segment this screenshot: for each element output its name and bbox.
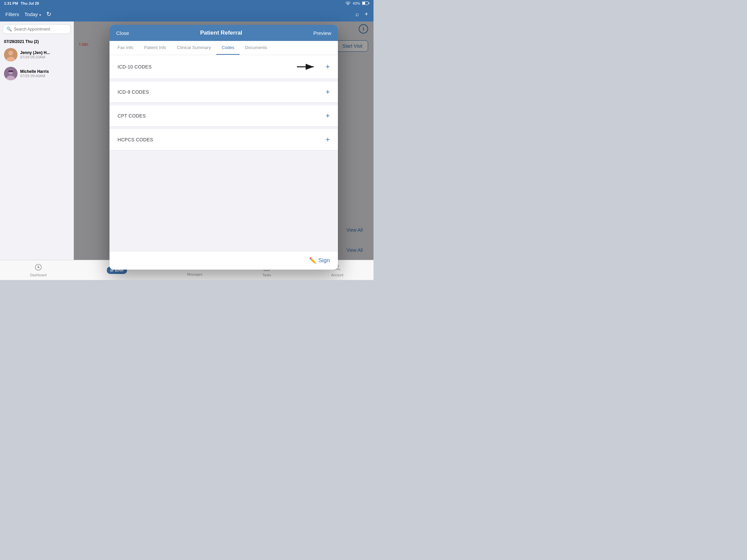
- search-icon-sidebar: 🔍: [6, 27, 12, 31]
- patient-item[interactable]: Jenny (Jen) H... 07/29 09:20AM: [0, 45, 74, 64]
- icd9-section: ICD-9 CODES +: [109, 82, 338, 103]
- patient-item[interactable]: Michelle Harris 07/29 09:40AM: [0, 64, 74, 83]
- svg-point-12: [37, 267, 38, 268]
- add-hcpcs-button[interactable]: +: [326, 136, 330, 143]
- tasks-label: Tasks: [263, 273, 272, 277]
- main-area: 🔍 07/29/2021 Thu (2) Jenny (Jen) H... 07…: [0, 22, 374, 260]
- add-icd9-button[interactable]: +: [326, 88, 330, 96]
- status-date: Thu Jul 29: [21, 1, 39, 5]
- date-header: 07/29/2021 Thu (2): [0, 36, 74, 45]
- patient-time-2: 07/29 09:40AM: [20, 74, 70, 78]
- modal-patient-referral: Close Patient Referral Preview Fax Info …: [109, 25, 338, 270]
- hcpcs-label: HCPCS CODES: [118, 137, 153, 142]
- hcpcs-section: HCPCS CODES +: [109, 129, 338, 151]
- add-cpt-button[interactable]: +: [326, 112, 330, 119]
- account-label: Account: [331, 273, 343, 277]
- battery-text: 43%: [353, 1, 360, 5]
- tab-dashboard[interactable]: Dashboard: [30, 264, 47, 277]
- search-input[interactable]: [14, 27, 67, 31]
- modal-preview-button[interactable]: Preview: [313, 30, 331, 36]
- status-time: 1:31 PM: [4, 1, 18, 5]
- sign-label: Sign: [318, 257, 330, 264]
- dashboard-label: Dashboard: [30, 273, 47, 277]
- sidebar: 🔍 07/29/2021 Thu (2) Jenny (Jen) H... 07…: [0, 22, 74, 260]
- wifi-icon: [345, 1, 351, 6]
- cpt-label: CPT CODES: [118, 113, 146, 118]
- modal-tabs: Fax Info Patient Info Clinical Summary C…: [109, 41, 338, 55]
- cpt-section: CPT CODES +: [109, 105, 338, 127]
- patient-time-1: 07/29 09:20AM: [20, 55, 70, 59]
- svg-rect-1: [362, 2, 365, 4]
- avatar: [4, 48, 18, 61]
- modal-overlay: Close Patient Referral Preview Fax Info …: [74, 22, 374, 260]
- search-icon[interactable]: ⌕: [355, 11, 359, 18]
- add-icon[interactable]: +: [364, 11, 368, 18]
- search-bar[interactable]: 🔍: [3, 24, 71, 34]
- messages-label: Messages: [187, 273, 203, 276]
- tab-documents[interactable]: Documents: [239, 41, 273, 55]
- content-area: i Start Visit t tab. View All View All C…: [74, 22, 374, 260]
- icd10-section: ICD-10 CODES: [109, 55, 338, 79]
- tab-codes[interactable]: Codes: [216, 41, 240, 55]
- add-icd10-button[interactable]: +: [326, 63, 330, 71]
- tab-clinical-summary[interactable]: Clinical Summary: [172, 41, 216, 55]
- filters-button[interactable]: Filters: [5, 11, 19, 17]
- tab-patient-info[interactable]: Patient Info: [139, 41, 172, 55]
- modal-header: Close Patient Referral Preview: [109, 25, 338, 41]
- patient-name-1: Jenny (Jen) H...: [20, 50, 70, 55]
- sign-button[interactable]: ✏️ Sign: [309, 257, 330, 264]
- pen-icon: ✏️: [309, 257, 316, 264]
- icd10-label: ICD-10 CODES: [118, 64, 152, 70]
- avatar: [4, 67, 18, 80]
- arrow-annotation: [295, 62, 319, 72]
- tab-fax-info[interactable]: Fax Info: [112, 41, 139, 55]
- top-nav: Filters Today ▾ ↻ ⌕ +: [0, 7, 374, 22]
- dashboard-icon: [34, 264, 42, 273]
- refresh-icon[interactable]: ↻: [46, 10, 51, 18]
- modal-body: ICD-10 CODES: [109, 55, 338, 251]
- modal-footer: ✏️ Sign: [109, 251, 338, 270]
- modal-close-button[interactable]: Close: [116, 30, 129, 36]
- icd9-label: ICD-9 CODES: [118, 89, 149, 95]
- modal-title: Patient Referral: [129, 30, 313, 36]
- battery-icon: [362, 1, 369, 6]
- today-button[interactable]: Today ▾: [25, 11, 41, 17]
- svg-rect-2: [369, 2, 369, 4]
- status-bar: 1:31 PM Thu Jul 29 43%: [0, 0, 374, 7]
- svg-point-4: [8, 51, 13, 55]
- patient-name-2: Michelle Harris: [20, 69, 70, 74]
